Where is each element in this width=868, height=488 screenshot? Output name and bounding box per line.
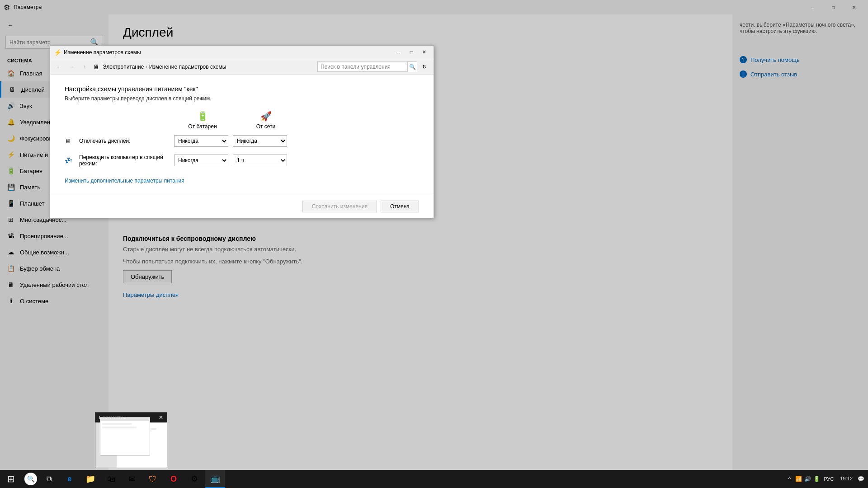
dialog-search-box[interactable]: 🔍 xyxy=(317,61,417,72)
back-arrow-icon: ← xyxy=(57,64,62,70)
sleep-icon: 💤 xyxy=(65,157,75,164)
task-view-button[interactable]: ⧉ xyxy=(40,470,58,488)
dialog-titlebar-left: ⚡ Изменение параметров схемы xyxy=(54,49,141,56)
power-scheme-dialog: ⚡ Изменение параметров схемы – □ ✕ ← → ↑… xyxy=(50,45,434,218)
tray-time-value: 19:12 xyxy=(840,476,853,481)
cancel-button[interactable]: Отмена xyxy=(381,201,419,212)
display-off-label: Отключать дисплей: xyxy=(79,138,174,144)
taskbar-app-explorer[interactable]: 📁 xyxy=(80,470,100,488)
sleep-network-select[interactable]: 1 ч Никогда 1 мин 5 мин 10 мин 15 мин xyxy=(233,155,287,166)
taskbar-search-button[interactable]: 🔍 xyxy=(22,470,40,488)
scheme-title: Настройка схемы управления питанием "кек… xyxy=(65,85,419,93)
tray-notifications-icon[interactable]: 💬 xyxy=(857,475,864,483)
mini-content xyxy=(117,422,167,468)
tray-language[interactable]: РУС xyxy=(822,476,835,482)
sleep-battery-select[interactable]: Никогда 1 мин 5 мин 10 мин 15 мин xyxy=(174,155,228,166)
scheme-desc: Выберите параметры перевода дисплея в сп… xyxy=(65,95,419,102)
display-off-selects: Никогда 1 мин 5 мин 10 мин 15 мин Никогд… xyxy=(174,135,287,147)
breadcrumb-item-scheme[interactable]: Изменение параметров схемы xyxy=(149,64,226,70)
save-changes-button[interactable]: Сохранить изменения xyxy=(302,201,377,212)
refresh-icon: ↻ xyxy=(422,64,427,70)
display-off-row: 🖥 Отключать дисплей: Никогда 1 мин 5 мин… xyxy=(65,135,419,147)
taskbar-app-avast[interactable]: 🛡 xyxy=(143,470,163,488)
dialog-body: Настройка схемы управления питанием "кек… xyxy=(50,75,434,195)
battery-header-icon: 🔋 xyxy=(197,111,208,122)
system-tray: ^ 📶 🔊 🔋 РУС 19:12 💬 xyxy=(782,475,868,483)
sleep-label: Переводить компьютер в спящий режим: xyxy=(79,154,174,167)
taskbar-app-opera[interactable]: O xyxy=(164,470,184,488)
mail-icon: ✉ xyxy=(129,474,136,484)
thumbnail-close-button[interactable]: ✕ xyxy=(159,414,163,421)
tray-sound-icon[interactable]: 🔊 xyxy=(804,475,811,483)
display-off-icon: 🖥 xyxy=(65,137,75,145)
taskbar-apps: e 📁 🛍 ✉ 🛡 O ⚙ 📺 xyxy=(58,470,782,488)
taskbar-app-edge[interactable]: e xyxy=(60,470,80,488)
dialog-title-text: Изменение параметров схемы xyxy=(64,49,141,56)
tray-network-icon[interactable]: 📶 xyxy=(795,475,802,483)
explorer-icon: 📁 xyxy=(85,474,95,484)
dialog-title-icon: ⚡ xyxy=(54,49,61,56)
tray-battery-icon[interactable]: 🔋 xyxy=(813,475,820,483)
additional-params-link[interactable]: Изменить дополнительные параметры питани… xyxy=(65,178,419,184)
dialog-footer: Сохранить изменения Отмена xyxy=(50,195,434,218)
address-bar-icon: 🖥 xyxy=(92,62,101,71)
battery-header: 🔋 От батареи xyxy=(173,111,232,130)
taskbar-app-settings[interactable]: ⚙ xyxy=(184,470,204,488)
taskbar-app-mail[interactable]: ✉ xyxy=(122,470,142,488)
edge-icon: e xyxy=(68,475,72,483)
taskbar-thumbnail: Параметры ✕ xyxy=(95,412,167,468)
settings-icon: ⚙ xyxy=(191,474,198,484)
dialog-search-input[interactable] xyxy=(317,62,408,72)
breadcrumb-item-power[interactable]: Электропитание xyxy=(103,64,144,70)
start-button[interactable]: ⊞ xyxy=(0,470,22,488)
display-off-battery-select[interactable]: Никогда 1 мин 5 мин 10 мин 15 мин xyxy=(174,135,228,147)
taskbar: ⊞ 🔍 ⧉ e 📁 🛍 ✉ 🛡 O ⚙ 📺 xyxy=(0,470,868,488)
breadcrumb-separator: › xyxy=(146,64,147,69)
sleep-row: 💤 Переводить компьютер в спящий режим: Н… xyxy=(65,154,419,167)
dialog-titlebar-buttons: – □ ✕ xyxy=(393,47,430,57)
network-header-icon: 🚀 xyxy=(260,111,272,122)
network-header: 🚀 От сети xyxy=(236,111,295,130)
task-view-icon: ⧉ xyxy=(47,475,52,483)
dialog-close-button[interactable]: ✕ xyxy=(418,47,430,57)
battery-header-label: От батареи xyxy=(188,123,217,130)
up-arrow-icon: ↑ xyxy=(83,64,86,70)
opera-icon: O xyxy=(170,474,177,484)
taskbar-app-active[interactable]: 📺 xyxy=(205,470,225,488)
dialog-forward-button[interactable]: → xyxy=(66,61,77,72)
dialog-search-icon: 🔍 xyxy=(408,64,417,70)
dialog-titlebar: ⚡ Изменение параметров схемы – □ ✕ xyxy=(50,46,434,59)
power-rows: 🖥 Отключать дисплей: Никогда 1 мин 5 мин… xyxy=(65,135,419,167)
tray-clock[interactable]: 19:12 xyxy=(837,475,855,482)
store-icon: 🛍 xyxy=(107,474,115,484)
thumbnail-preview[interactable] xyxy=(95,422,167,468)
network-header-label: От сети xyxy=(256,123,276,130)
dialog-up-button[interactable]: ↑ xyxy=(79,61,90,72)
dialog-addressbar: ← → ↑ 🖥 Электропитание › Изменение парам… xyxy=(50,59,434,75)
breadcrumb: Электропитание › Изменение параметров сх… xyxy=(103,64,315,70)
mini-dialog xyxy=(100,422,150,455)
thumbnail-preview-content xyxy=(95,422,167,468)
taskbar-search-icon: 🔍 xyxy=(24,473,37,485)
dialog-maximize-button[interactable]: □ xyxy=(406,47,417,57)
sleep-selects: Никогда 1 мин 5 мин 10 мин 15 мин 1 ч Ни… xyxy=(174,155,287,166)
display-off-network-select[interactable]: Никогда 1 мин 5 мин 10 мин 15 мин xyxy=(233,135,287,147)
dialog-minimize-button[interactable]: – xyxy=(393,47,405,57)
tray-chevron[interactable]: ^ xyxy=(786,475,793,483)
power-column-headers: 🔋 От батареи 🚀 От сети xyxy=(173,111,419,130)
avast-icon: 🛡 xyxy=(149,474,157,484)
active-app-icon: 📺 xyxy=(210,474,220,483)
windows-icon: ⊞ xyxy=(7,474,15,484)
dialog-refresh-button[interactable]: ↻ xyxy=(419,61,430,72)
taskbar-app-store[interactable]: 🛍 xyxy=(101,470,121,488)
dialog-back-button[interactable]: ← xyxy=(54,61,65,72)
